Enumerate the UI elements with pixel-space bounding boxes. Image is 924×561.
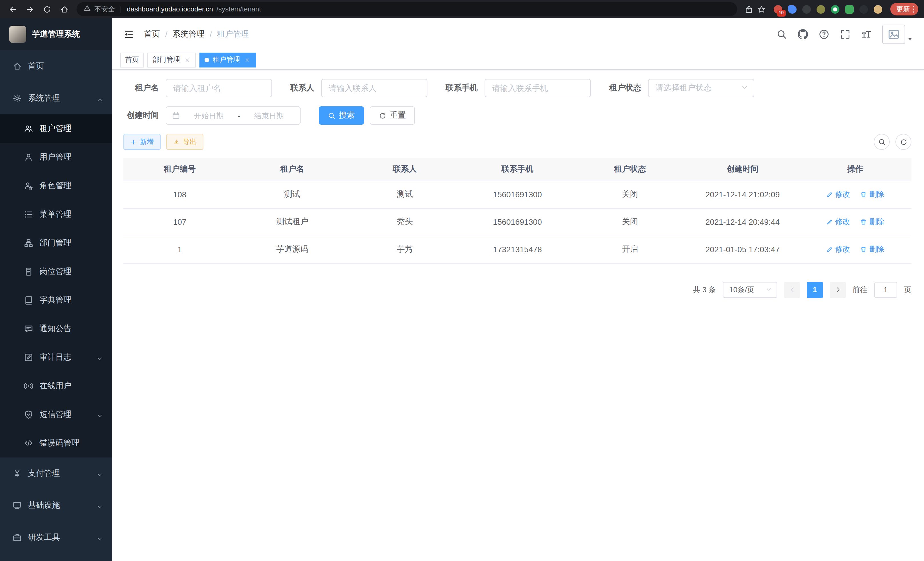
bookmark-star-icon[interactable] xyxy=(755,3,768,15)
user-avatar[interactable] xyxy=(882,25,913,44)
sidebar-item-notice[interactable]: 通知公告 xyxy=(0,314,112,343)
signal-icon xyxy=(24,381,33,391)
reset-button[interactable]: 重置 xyxy=(370,106,415,125)
phone-input[interactable] xyxy=(484,79,591,97)
cell-status: 开启 xyxy=(574,236,686,263)
browser-menu-icon[interactable] xyxy=(913,6,914,13)
cell-contact: 测试 xyxy=(349,181,461,208)
sidebar-item-home[interactable]: 首页 xyxy=(0,50,112,82)
extension-icon[interactable] xyxy=(816,5,825,14)
status-select[interactable]: 请选择租户状态 xyxy=(648,79,754,97)
profile-avatar-icon[interactable] xyxy=(873,5,882,14)
url-bar[interactable]: 不安全 dashboard.yudao.iocoder.cn/system/te… xyxy=(76,2,737,16)
sidebar-item-label: 系统管理 xyxy=(28,93,60,104)
extension-icon[interactable] xyxy=(802,5,811,14)
tenant-name-input[interactable] xyxy=(166,79,272,97)
table-row: 107 测试租户 秃头 15601691300 关闭 2021-12-14 20… xyxy=(123,208,911,236)
github-icon[interactable] xyxy=(798,29,808,39)
sidebar-item-dict-management[interactable]: 字典管理 xyxy=(0,286,112,314)
sidebar-item-system-management[interactable]: 系统管理 xyxy=(0,82,112,114)
extension-icon[interactable] xyxy=(831,5,839,14)
sidebar-item-dept-management[interactable]: 部门管理 xyxy=(0,229,112,257)
edit-link[interactable]: 修改 xyxy=(826,189,850,200)
breadcrumb-item[interactable]: 系统管理 xyxy=(172,29,205,39)
broken-image-icon xyxy=(882,25,905,44)
delete-link[interactable]: 删除 xyxy=(860,217,884,227)
sidebar-item-label: 通知公告 xyxy=(39,324,71,334)
end-date-input[interactable] xyxy=(243,111,294,120)
sidebar-item-online-users[interactable]: 在线用户 xyxy=(0,372,112,400)
edit-link[interactable]: 修改 xyxy=(826,244,850,254)
sidebar-item-label: 首页 xyxy=(28,61,44,71)
main-area: 首页 / 系统管理 / 租户管理 首页 xyxy=(112,18,924,561)
filter-row-2: 创建时间 - 搜索 重置 xyxy=(123,106,911,125)
font-size-icon[interactable] xyxy=(861,29,872,39)
tab-tenant-management[interactable]: 租户管理 xyxy=(200,52,256,67)
update-button[interactable]: 更新 xyxy=(890,3,918,15)
export-button[interactable]: 导出 xyxy=(166,134,203,150)
fullscreen-icon[interactable] xyxy=(840,29,850,39)
extension-icon[interactable] xyxy=(845,5,854,14)
sidebar-item-user-management[interactable]: 用户管理 xyxy=(0,143,112,171)
start-date-input[interactable] xyxy=(183,111,234,120)
tab-home[interactable]: 首页 xyxy=(120,52,144,67)
sidebar-item-label: 审计日志 xyxy=(39,352,71,362)
sidebar-item-infrastructure[interactable]: 基础设施 xyxy=(0,490,112,522)
sidebar-collapse-icon[interactable] xyxy=(123,29,134,39)
filter-contact: 联系人 xyxy=(290,79,428,97)
delete-link[interactable]: 删除 xyxy=(860,244,884,254)
cell-operations: 修改 删除 xyxy=(799,236,911,263)
export-button-label: 导出 xyxy=(183,137,196,147)
extension-icon[interactable] xyxy=(788,5,796,14)
sidebar-item-role-management[interactable]: 角色管理 xyxy=(0,171,112,200)
sidebar-item-payment[interactable]: 支付管理 xyxy=(0,457,112,490)
sidebar-item-menu-management[interactable]: 菜单管理 xyxy=(0,200,112,229)
prev-page-button[interactable] xyxy=(784,282,800,298)
forward-button[interactable] xyxy=(23,2,37,16)
sidebar-item-error-code[interactable]: 错误码管理 xyxy=(0,429,112,457)
tab-dept-management[interactable]: 部门管理 xyxy=(147,52,196,67)
filter-create-time: 创建时间 - xyxy=(123,106,301,125)
close-icon[interactable] xyxy=(243,56,251,63)
sidebar-item-sms-management[interactable]: 短信管理 xyxy=(0,400,112,429)
column-header: 联系人 xyxy=(349,158,461,181)
sidebar-logo[interactable]: 芋道管理系统 xyxy=(0,18,112,50)
date-range-picker[interactable]: - xyxy=(166,106,301,125)
tenant-table: 租户编号 租户名 联系人 联系手机 租户状态 创建时间 操作 108 测试 测试 xyxy=(123,158,911,263)
sidebar-item-tenant-management[interactable]: 租户管理 xyxy=(0,114,112,143)
contact-input[interactable] xyxy=(321,79,428,97)
cell-operations: 修改 删除 xyxy=(799,208,911,236)
sidebar-item-label: 岗位管理 xyxy=(39,266,71,277)
sidebar-item-post-management[interactable]: 岗位管理 xyxy=(0,257,112,286)
close-icon[interactable] xyxy=(183,56,191,63)
reload-button[interactable] xyxy=(40,2,54,16)
page-size-select[interactable]: 10条/页 xyxy=(723,282,777,298)
extension-icon[interactable] xyxy=(859,5,868,14)
tab-label: 租户管理 xyxy=(213,55,240,65)
page-button-1[interactable]: 1 xyxy=(807,282,823,298)
refresh-button[interactable] xyxy=(896,134,911,150)
sidebar-item-dev-tools[interactable]: 研发工具 xyxy=(0,522,112,553)
toggle-search-button[interactable] xyxy=(874,134,890,150)
sidebar-item-label: 研发工具 xyxy=(28,532,60,543)
user-icon xyxy=(24,153,33,162)
delete-link[interactable]: 删除 xyxy=(860,189,884,200)
goto-page-input[interactable] xyxy=(874,282,897,298)
role-icon xyxy=(24,181,33,190)
sidebar-item-label: 用户管理 xyxy=(39,152,71,162)
search-icon[interactable] xyxy=(777,29,787,39)
help-icon[interactable] xyxy=(819,29,829,39)
home-button[interactable] xyxy=(57,2,71,16)
back-button[interactable] xyxy=(6,2,20,16)
tab-label: 部门管理 xyxy=(153,55,180,65)
breadcrumb-item[interactable]: 首页 xyxy=(144,29,160,39)
add-button[interactable]: 新增 xyxy=(123,134,160,150)
edit-link[interactable]: 修改 xyxy=(826,217,850,227)
sidebar-item-audit-log[interactable]: 审计日志 xyxy=(0,343,112,372)
cell-tenant-name: 测试 xyxy=(236,181,349,208)
search-button[interactable]: 搜索 xyxy=(319,106,364,125)
share-icon[interactable] xyxy=(742,3,755,15)
extension-icon[interactable]: 10 xyxy=(773,5,782,14)
sidebar-item-label: 菜单管理 xyxy=(39,209,71,220)
next-page-button[interactable] xyxy=(830,282,846,298)
